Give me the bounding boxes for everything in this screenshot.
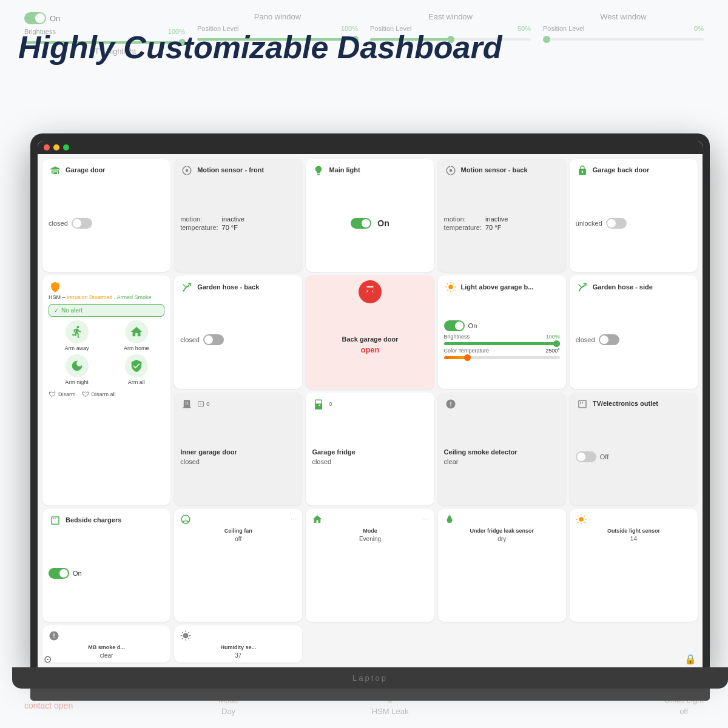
- ceiling-fan-value: off: [179, 536, 297, 542]
- mb-smoke-value: clear: [47, 652, 166, 659]
- svg-text:0: 0: [200, 402, 202, 406]
- arm-home-button[interactable]: Arm home: [108, 320, 164, 351]
- arm-all-button[interactable]: Arm all: [108, 354, 164, 385]
- garden-hose-side-status: closed: [576, 336, 595, 343]
- card-main-light: Main light On: [306, 159, 434, 272]
- laptop-brand-label: Laptop: [352, 673, 388, 682]
- page-heading: Highly Customizable Dashboard: [18, 30, 502, 65]
- laptop-wrapper: Garage door closed: [30, 133, 710, 667]
- inner-garage-door-icon: [180, 397, 194, 411]
- card-motion-front: Motion sensor - front motion: inactive t…: [174, 159, 302, 272]
- main-light-toggle[interactable]: [351, 218, 371, 229]
- card-mb-smoke: MB smoke d... clear: [42, 625, 170, 662]
- ceiling-fan-title: Ceiling fan: [179, 528, 297, 534]
- motion-back-label: motion:: [444, 215, 482, 223]
- disarm-icon: 🛡: [49, 390, 56, 399]
- card-tv-outlet: TV/electronics outlet Off: [570, 393, 698, 505]
- bedside-chargers-title: Bedside chargers: [66, 516, 121, 524]
- mb-smoke-title: MB smoke d...: [47, 644, 166, 650]
- bedside-chargers-icon: [49, 514, 62, 527]
- ceiling-fan-dots: ···: [291, 516, 297, 522]
- outside-light-sensor-title: Outside light sensor: [575, 528, 693, 534]
- color-temp-value: 2500°: [545, 348, 560, 354]
- garage-fridge-status: closed: [312, 458, 331, 465]
- laptop-hinge: [30, 689, 710, 701]
- motion-back-value: inactive: [485, 215, 560, 223]
- dashboard-grid: Garage door closed: [38, 154, 703, 667]
- bottom-lock-right-icon: 🔒: [684, 653, 696, 665]
- inner-garage-door-title: Inner garage door: [180, 448, 237, 456]
- garage-fridge-num: 0: [329, 401, 332, 407]
- temp-front-label: temperature:: [180, 224, 218, 231]
- mode-value: Evening: [311, 536, 429, 542]
- garage-door-status: closed: [49, 220, 68, 227]
- disarm-all-icon: 🛡: [82, 390, 89, 399]
- garage-back-door-title: Garage back door: [593, 166, 650, 174]
- garage-back-door-toggle[interactable]: [606, 218, 627, 229]
- bg-contact-open: contact open: [24, 701, 73, 710]
- alert-icon: [359, 280, 382, 303]
- garden-hose-back-title: Garden hose - back: [197, 283, 259, 291]
- garage-door-title: Garage door: [66, 166, 105, 174]
- laptop-screen: Garage door closed: [38, 141, 703, 667]
- tv-outlet-status: Off: [600, 453, 608, 460]
- arm-night-icon: [66, 354, 89, 377]
- main-light-status: On: [377, 218, 389, 228]
- garden-hose-back-icon: [180, 280, 194, 294]
- card-garden-hose-back: Garden hose - back closed: [174, 275, 302, 388]
- no-alert-text: No alert: [61, 307, 83, 314]
- hsm-icon: [49, 280, 62, 294]
- card-bedside-chargers: Bedside chargers On: [42, 509, 170, 622]
- bedside-chargers-toggle[interactable]: [49, 568, 69, 579]
- bg-mode-value: Day: [221, 707, 235, 716]
- garden-hose-back-toggle[interactable]: [203, 334, 224, 345]
- tv-outlet-toggle[interactable]: [576, 451, 596, 462]
- card-ceiling-smoke: Ceiling smoke detector clear: [438, 393, 566, 505]
- hsm-intrusion: Intrusion Disarmed: [67, 294, 113, 300]
- garage-fridge-icon: [312, 397, 325, 411]
- disarm-all-button[interactable]: 🛡 Disarm all: [82, 390, 116, 399]
- garden-hose-side-icon: [576, 280, 589, 294]
- no-alert-badge: ✓ No alert: [49, 304, 164, 317]
- mode-icon: [311, 513, 324, 526]
- garden-hose-side-toggle[interactable]: [599, 334, 619, 345]
- screen-content: Garage door closed: [38, 141, 703, 667]
- back-garage-door-title: Back garage door: [342, 335, 399, 343]
- hsm-label: HSM –: [49, 294, 67, 300]
- arm-away-label: Arm away: [65, 345, 89, 351]
- garage-door-toggle[interactable]: [72, 218, 92, 229]
- arm-all-icon: [125, 354, 148, 377]
- window-top-bar: [38, 141, 703, 154]
- card-humidity: Humidity se... 37: [174, 625, 302, 662]
- mb-smoke-icon: [47, 629, 61, 642]
- light-above-garage-title: Light above garage b...: [461, 283, 534, 291]
- disarm-button[interactable]: 🛡 Disarm: [49, 390, 76, 399]
- card-garage-fridge: 0 Garage fridge closed: [306, 393, 434, 505]
- mode-title: Mode: [311, 528, 429, 534]
- garage-icon: [49, 164, 62, 177]
- card-outside-light-sensor: Outside light sensor 14: [570, 509, 698, 622]
- laptop-outer: Garage door closed: [30, 133, 710, 667]
- ceiling-fan-icon: [179, 513, 192, 526]
- card-under-fridge-leak: Under fridge leak sensor dry: [438, 509, 566, 622]
- ceiling-smoke-title: Ceiling smoke detector: [444, 448, 517, 456]
- bottom-lock-left-area: ⊙: [44, 653, 52, 665]
- card-garage-door: Garage door closed: [42, 159, 170, 272]
- light-above-garage-toggle[interactable]: [444, 320, 465, 331]
- outside-light-sensor-icon: [575, 513, 588, 526]
- main-light-icon: [312, 164, 325, 177]
- card-mode: ··· Mode Evening: [306, 509, 434, 622]
- humidity-icon: [179, 629, 192, 642]
- humidity-value: 37: [179, 652, 297, 659]
- heading-area: Highly Customizable Dashboard: [18, 30, 502, 65]
- arm-away-button[interactable]: Arm away: [49, 320, 105, 351]
- temp-front-value: 70 °F: [222, 224, 297, 231]
- arm-all-label: Arm all: [128, 379, 145, 385]
- arm-night-button[interactable]: Arm night: [49, 354, 105, 385]
- color-temp-label: Color Temperature: [444, 348, 489, 354]
- bg-office-light-val: off: [679, 707, 688, 716]
- svg-point-3: [579, 517, 584, 522]
- card-light-above-garage: Light above garage b... On Brightness: [438, 275, 566, 388]
- card-back-garage-alert: Back garage door open: [306, 275, 434, 388]
- card-ceiling-fan: ··· Ceiling fan off: [174, 509, 302, 622]
